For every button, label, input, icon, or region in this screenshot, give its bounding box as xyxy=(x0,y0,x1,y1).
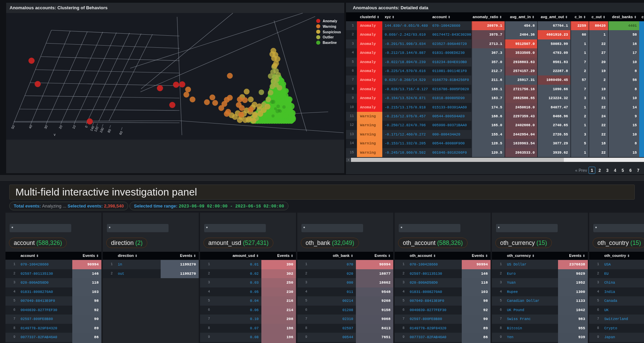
svg-text:80: 80 xyxy=(107,128,112,133)
svg-text:100: 100 xyxy=(99,127,104,133)
svg-text:Warning: Warning xyxy=(323,25,336,28)
svg-text:Baseline: Baseline xyxy=(323,41,337,45)
svg-text:50: 50 xyxy=(11,125,16,129)
svg-text:20: 20 xyxy=(58,125,63,129)
svg-text:Anomaly: Anomaly xyxy=(323,19,337,23)
svg-text:60: 60 xyxy=(119,130,124,135)
svg-text:Suspicious: Suspicious xyxy=(323,30,341,34)
svg-text:Outlier: Outlier xyxy=(323,35,334,39)
svg-text:0: 0 xyxy=(84,125,88,129)
svg-text:10: 10 xyxy=(72,125,77,129)
svg-text:40: 40 xyxy=(28,124,33,129)
svg-text:30: 30 xyxy=(44,125,49,129)
svg-text:v: v xyxy=(54,133,55,137)
